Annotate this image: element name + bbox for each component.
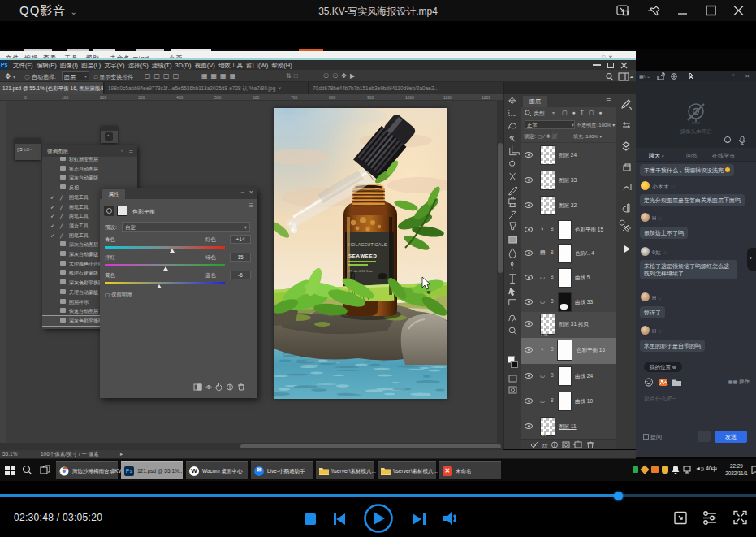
svg-text:SEAWEED: SEAWEED xyxy=(348,253,378,258)
svg-text:15ml e 0.53 fl.oz.: 15ml e 0.53 fl.oz. xyxy=(348,269,373,273)
svg-text:HOLACEUTICALS: HOLACEUTICALS xyxy=(348,242,387,247)
svg-text:fx: fx xyxy=(542,442,548,449)
